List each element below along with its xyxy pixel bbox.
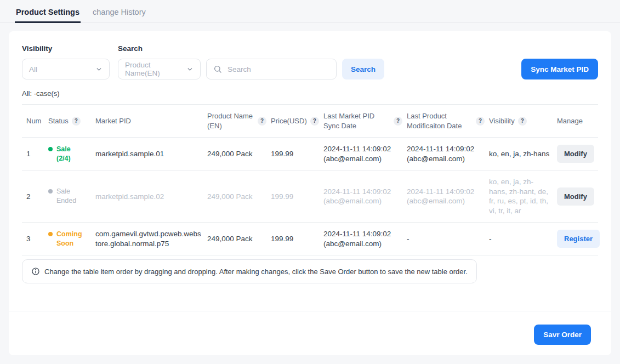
search-type-select-value: Product Name(EN): [125, 61, 186, 77]
last-sync-date-cell: 2024-11-11 14:09:02 (abc@email.com): [323, 223, 407, 255]
help-icon[interactable]: ?: [258, 117, 266, 126]
col-header-product-name: Product Name (EN)?: [207, 105, 271, 138]
status-label: Sale (2/4): [56, 145, 71, 163]
status-cell: Sale Ended: [48, 170, 95, 223]
status-label: Sale Ended: [56, 187, 90, 206]
price-cell: 199.99: [271, 138, 323, 170]
col-header-manage: Manage: [557, 105, 598, 138]
search-icon: [213, 65, 222, 73]
product-name-cell: 249,000 Pack: [207, 223, 271, 255]
market-pid-cell: marketpid.sample.01: [95, 138, 207, 170]
card-footer: Savr Order: [22, 311, 598, 345]
price-cell: 199.99: [271, 223, 323, 255]
col-header-market-pid: Market PID: [95, 105, 207, 138]
search-filter-group: Search Product Name(EN): [118, 44, 337, 79]
visibility-cell: ko, en, ja, zh-hans: [489, 138, 557, 170]
help-icon[interactable]: ?: [518, 117, 527, 126]
col-header-last-modification-date: Last Product Modificaiton Date?: [407, 105, 489, 138]
tab-bar: Product Settings change History: [0, 0, 620, 23]
drag-drop-notice: Change the table item order by dragging …: [22, 259, 477, 283]
col-header-status: Status?: [48, 105, 95, 138]
filter-bar: Visibility All Search Product Name(EN) S…: [22, 44, 598, 79]
num-cell: 1: [22, 138, 48, 170]
help-icon[interactable]: ?: [394, 117, 402, 126]
status-label: Coming Soon: [56, 230, 82, 248]
num-cell: 2: [22, 170, 48, 223]
save-order-button[interactable]: Savr Order: [534, 325, 591, 345]
info-icon: [31, 267, 40, 276]
last-modification-date-cell: -: [407, 223, 489, 255]
search-input-wrap: [206, 59, 337, 79]
status-dot-icon: [48, 147, 53, 151]
status-cell: Coming Soon: [48, 223, 95, 255]
col-header-visibility: Visibility?: [489, 105, 557, 138]
register-button[interactable]: Register: [557, 230, 600, 248]
help-icon[interactable]: ?: [310, 117, 319, 126]
visibility-cell: ko, en, ja, zh-hans, zh-hant, de, fr, ru…: [489, 170, 557, 223]
col-header-num: Num: [22, 105, 48, 138]
last-sync-date-cell: 2024-11-11 14:09:02 (abc@email.com): [323, 138, 407, 170]
modify-button[interactable]: Modify: [557, 145, 594, 163]
visibility-filter-group: Visibility All: [22, 44, 110, 79]
modify-button[interactable]: Modify: [557, 187, 594, 206]
chevron-down-icon: [95, 66, 103, 73]
price-cell: 199.99: [271, 170, 323, 223]
search-button[interactable]: Search: [342, 59, 384, 79]
help-icon[interactable]: ?: [72, 117, 81, 126]
notice-text: Change the table item order by dragging …: [44, 268, 468, 276]
products-table: Num Status? Market PID Product Name (EN)…: [22, 104, 598, 255]
product-name-cell: 249,000 Pack: [207, 138, 271, 170]
status-dot-icon: [48, 189, 53, 194]
search-input[interactable]: [226, 65, 329, 74]
tab-product-settings[interactable]: Product Settings: [15, 0, 81, 23]
table-row[interactable]: 2 Sale Ended marketpid.sample.02 249,000…: [22, 170, 598, 223]
visibility-select-value: All: [29, 65, 37, 73]
table-row[interactable]: 3 Coming Soon com.gamevil.gvtwd.pcweb.we…: [22, 223, 598, 255]
table-row[interactable]: 1 Sale (2/4) marketpid.sample.01 249,000…: [22, 138, 598, 170]
market-pid-cell: marketpid.sample.02: [95, 170, 207, 223]
chevron-down-icon: [186, 66, 194, 73]
status-dot-icon: [48, 232, 53, 236]
manage-cell: Modify: [557, 170, 598, 223]
status-cell: Sale (2/4): [48, 138, 95, 170]
last-sync-date-cell: 2024-11-11 14:09:02 (abc@email.com): [323, 170, 407, 223]
search-label: Search: [118, 44, 337, 53]
search-type-select[interactable]: Product Name(EN): [118, 59, 201, 79]
col-header-last-sync-date: Last Market PID Sync Date?: [323, 105, 407, 138]
num-cell: 3: [22, 223, 48, 255]
table-header-row: Num Status? Market PID Product Name (EN)…: [22, 105, 598, 138]
col-header-price: Price(USD)?: [271, 105, 323, 138]
last-modification-date-cell: 2024-11-11 14:09:02 (abc@email.com): [407, 138, 489, 170]
help-icon[interactable]: ?: [476, 117, 485, 126]
visibility-cell: -: [489, 223, 557, 255]
product-name-cell: 249,000 Pack: [207, 170, 271, 223]
sync-market-pid-button[interactable]: Sync Market PID: [521, 59, 598, 79]
visibility-label: Visibility: [22, 44, 110, 53]
manage-cell: Register: [557, 223, 598, 255]
tab-change-history[interactable]: change History: [92, 0, 147, 23]
product-settings-panel: Visibility All Search Product Name(EN) S…: [9, 31, 611, 355]
last-modification-date-cell: 2024-11-11 14:09:02 (abc@email.com): [407, 170, 489, 223]
manage-cell: Modify: [557, 138, 598, 170]
visibility-select[interactable]: All: [22, 59, 110, 79]
case-count: All: -case(s): [22, 89, 598, 98]
market-pid-cell: com.gamevil.gvtwd.pcweb.webstore.global.…: [95, 223, 207, 255]
